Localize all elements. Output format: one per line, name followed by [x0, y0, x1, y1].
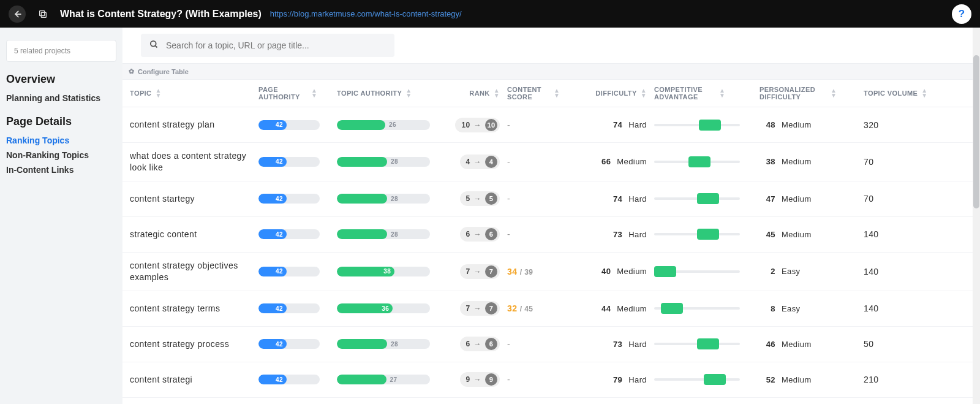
- page-authority-bar: 42: [258, 375, 320, 384]
- table-row[interactable]: content strategy plan42 26 10→10-74Hard4…: [123, 107, 973, 143]
- rank-chip: 6→6: [460, 227, 500, 242]
- topic-authority-bar: 27: [337, 375, 430, 384]
- search-bar[interactable]: [141, 34, 394, 57]
- scrollbar-thumb[interactable]: [973, 55, 979, 208]
- topic-authority-bar: 28: [337, 229, 430, 239]
- competitive-advantage-slider: [654, 124, 740, 126]
- topic-volume: 140: [864, 267, 879, 276]
- copy-icon[interactable]: [34, 6, 51, 23]
- col-page-authority[interactable]: PAGE AUTHORITY▲▼: [255, 86, 333, 101]
- table-row[interactable]: content strategy terms42 36 7→732 / 4544…: [123, 291, 973, 327]
- table-row[interactable]: content startegy42 28 5→5-74Hard47Medium…: [123, 181, 973, 217]
- topic-authority-bar: 28: [337, 194, 430, 204]
- competitive-advantage-slider: [654, 161, 740, 163]
- col-difficulty[interactable]: DIFFICULTY▲▼: [565, 86, 650, 101]
- topic-volume: 70: [864, 194, 873, 204]
- sidebar-item-in-content-links[interactable]: In-Content Links: [6, 162, 116, 177]
- svg-rect-2: [40, 10, 45, 15]
- svg-rect-1: [41, 12, 46, 17]
- competitive-advantage-slider: [654, 197, 740, 200]
- rank-chip: 10→10: [455, 118, 500, 132]
- topic-volume: 210: [864, 375, 879, 384]
- topic-volume: 50: [864, 339, 873, 349]
- gear-icon: ✿: [129, 67, 134, 75]
- table-row[interactable]: strategic content42 28 6→6-73Hard45Mediu…: [123, 217, 973, 253]
- difficulty-cell: 74Hard: [606, 120, 647, 129]
- personalized-difficulty-cell: 8Easy: [760, 304, 801, 313]
- col-content-score[interactable]: CONTENT SCORE▲▼: [503, 86, 565, 101]
- table-row[interactable]: content strategy process42 28 6→6-73Hard…: [123, 327, 973, 362]
- page-authority-bar: 42: [258, 267, 320, 276]
- topic-authority-bar: 26: [337, 120, 430, 130]
- topic-volume: 70: [864, 157, 873, 167]
- topic-volume: 140: [864, 303, 879, 313]
- page-authority-bar: 42: [258, 303, 320, 313]
- sidebar-heading-page-details: Page Details: [6, 115, 116, 128]
- rank-chip: 7→7: [460, 264, 500, 279]
- content-score-empty: -: [507, 339, 510, 349]
- page-authority-bar: 42: [258, 120, 320, 130]
- page-authority-bar: 42: [258, 157, 320, 167]
- svg-point-3: [151, 41, 156, 47]
- difficulty-cell: 79Hard: [606, 375, 647, 384]
- personalized-difficulty-cell: 52Medium: [760, 375, 812, 384]
- content-score-empty: -: [507, 229, 510, 239]
- personalized-difficulty-cell: 2Easy: [760, 267, 801, 276]
- col-topic-authority[interactable]: TOPIC AUTHORITY▲▼: [333, 86, 442, 101]
- content-score-empty: -: [507, 194, 510, 204]
- rank-chip: 9→9: [460, 372, 500, 387]
- topic-authority-bar: 38: [337, 267, 430, 276]
- sidebar-item-non-ranking-topics[interactable]: Non-Ranking Topics: [6, 148, 116, 162]
- difficulty-cell: 40Medium: [595, 267, 647, 276]
- table-row[interactable]: content strategi42 27 9→9-79Hard52Medium…: [123, 362, 973, 398]
- search-input[interactable]: [166, 40, 386, 50]
- topic-authority-bar: 28: [337, 157, 430, 167]
- sidebar-item-planning[interactable]: Planning and Statistics: [6, 91, 116, 105]
- table-header: TOPIC▲▼ PAGE AUTHORITY▲▼ TOPIC AUTHORITY…: [123, 80, 973, 107]
- content-score-empty: -: [507, 375, 510, 384]
- topic-volume: 320: [864, 120, 879, 130]
- competitive-advantage-slider: [654, 378, 740, 381]
- col-competitive-advantage[interactable]: COMPETITIVE ADVANTAGE▲▼: [650, 86, 756, 101]
- help-button[interactable]: ?: [952, 4, 971, 24]
- difficulty-cell: 74Hard: [606, 194, 647, 204]
- rank-chip: 7→7: [460, 301, 500, 316]
- rank-chip: 4→4: [460, 154, 500, 169]
- competitive-advantage-slider: [654, 343, 740, 345]
- content-score-empty: -: [507, 157, 510, 167]
- page-authority-bar: 42: [258, 229, 320, 239]
- difficulty-cell: 73Hard: [606, 230, 647, 239]
- topic-name: content strategy process: [130, 338, 229, 350]
- page-url-link[interactable]: https://blog.marketmuse.com/what-is-cont…: [270, 9, 462, 18]
- topic-name: content startegy: [130, 193, 195, 205]
- col-rank[interactable]: RANK▲▼: [442, 86, 503, 101]
- related-projects-pill[interactable]: 5 related projects: [6, 40, 116, 62]
- scrollbar[interactable]: [973, 28, 980, 404]
- competitive-advantage-slider: [654, 270, 740, 273]
- topic-name: content strategi: [130, 374, 192, 386]
- svg-line-4: [155, 45, 157, 47]
- personalized-difficulty-cell: 45Medium: [760, 230, 812, 239]
- top-bar: What is Content Strategy? (With Examples…: [0, 0, 980, 28]
- table-row[interactable]: what does a content strategy look like42…: [123, 143, 973, 181]
- topic-name: strategic content: [130, 229, 197, 240]
- col-topic[interactable]: TOPIC▲▼: [123, 86, 255, 101]
- topic-authority-bar: 36: [337, 303, 430, 313]
- col-topic-volume[interactable]: TOPIC VOLUME▲▼: [860, 86, 946, 101]
- back-button[interactable]: [9, 6, 26, 23]
- personalized-difficulty-cell: 38Medium: [760, 157, 812, 166]
- topic-name: what does a content strategy look like: [130, 150, 251, 173]
- page-authority-bar: 42: [258, 194, 320, 204]
- competitive-advantage-slider: [654, 307, 740, 310]
- configure-table-label: Configure Table: [138, 68, 189, 75]
- col-personalized-difficulty[interactable]: PERSONALIZED DIFFICULTY▲▼: [756, 86, 860, 101]
- topic-name: content strategy plan: [130, 119, 214, 131]
- topic-authority-bar: 28: [337, 339, 430, 349]
- personalized-difficulty-cell: 47Medium: [760, 194, 812, 204]
- configure-table-button[interactable]: ✿ Configure Table: [123, 63, 973, 80]
- table-row[interactable]: content strategy objectives examples42 3…: [123, 253, 973, 291]
- sidebar-item-ranking-topics[interactable]: Ranking Topics: [6, 133, 116, 148]
- topic-volume: 140: [864, 229, 879, 239]
- sidebar-heading-overview: Overview: [6, 73, 116, 86]
- personalized-difficulty-cell: 48Medium: [760, 120, 812, 129]
